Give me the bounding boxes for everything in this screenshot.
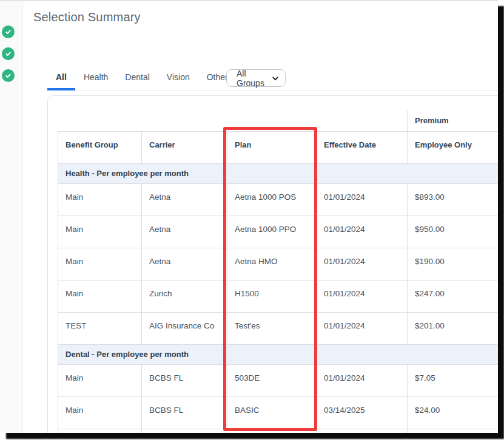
cell-effective-date: 01/01/2024 [317, 183, 408, 216]
group-filter-value: All Groups [237, 69, 272, 88]
cell-plan: Aetna 1000 PPO [227, 216, 317, 248]
table-row: Main Aetna Aetna HMO 01/01/2024 $190.00 [58, 248, 499, 280]
cell-employee-only: $893.00 [408, 183, 499, 216]
cell-effective-date: 01/01/2024 [317, 248, 408, 280]
group-filter-dropdown[interactable]: All Groups [226, 69, 286, 87]
col-header-plan: Plan [227, 131, 317, 163]
table-row: Main Aetna Aetna 1000 PPO 01/01/2024 $95… [58, 216, 499, 248]
cell-carrier: Zurich [142, 280, 227, 312]
cell-benefit-group: Main [58, 396, 142, 429]
tab-dental[interactable]: Dental [116, 72, 158, 90]
section-row-health: Health - Per employee per month [58, 163, 499, 183]
cell-effective-date: 01/01/2024 [317, 216, 408, 248]
table-row: Main Zurich H1500 01/01/2024 $247.00 [58, 280, 499, 312]
cell-employee-only: $247.00 [408, 280, 499, 312]
cell-employee-only: $190.00 [408, 248, 499, 280]
selection-summary-page: Selection Summary All Health Dental Visi… [0, 0, 498, 433]
section-label: Dental - Per employee per month [58, 344, 499, 364]
cell-employee-only: $24.00 [408, 396, 499, 429]
table-row: Main Aetna Aetna 1000 POS 01/01/2024 $89… [58, 183, 499, 216]
cell-benefit-group: TEST [58, 312, 142, 344]
cell-benefit-group: Main [58, 364, 142, 396]
wizard-step-rail [0, 1, 22, 433]
cell-carrier: Aetna [142, 216, 227, 248]
table-row: Main BCBS FL 503DE 01/01/2024 $7.05 [58, 364, 499, 396]
cell-effective-date: 01/01/2024 [317, 364, 408, 396]
section-row-dental: Dental - Per employee per month [58, 344, 499, 364]
cell-benefit-group: Main [58, 216, 142, 248]
cell-benefit-group: Main [58, 280, 142, 312]
col-header-employee-only: Employee Only [408, 131, 499, 163]
cell-effective-date: 03/14/2025 [317, 396, 408, 429]
cell-benefit-group: Main [58, 183, 142, 216]
table-row: Main BCBS FL BASIC 03/14/2025 $24.00 [58, 396, 499, 429]
cell-carrier: BCBS FL [142, 364, 227, 396]
step-complete-check-icon [2, 47, 15, 60]
chevron-down-icon [272, 75, 279, 82]
cell-carrier: BCBS FL [142, 396, 227, 429]
tab-health[interactable]: Health [75, 72, 116, 90]
tab-all[interactable]: All [47, 72, 75, 90]
table-header-row: Benefit Group Carrier Plan Effective Dat… [58, 131, 499, 163]
cell-effective-date: 01/01/2024 [317, 280, 408, 312]
table-row: TEST AIG Insurance Co Test'es 01/01/2024… [58, 312, 499, 344]
cell-employee-only: $950.00 [408, 216, 499, 248]
main-content: Selection Summary All Health Dental Visi… [22, 1, 498, 433]
cell-carrier: Aetna [142, 248, 227, 280]
section-label: Health - Per employee per month [58, 163, 499, 183]
cell-plan: Aetna HMO [227, 248, 317, 280]
cell-plan: Test'es [227, 312, 317, 344]
cell-employee-only: $7.05 [408, 364, 499, 396]
selection-summary-table: Premium Benefit Group Carrier Plan Effec… [58, 110, 498, 433]
cell-effective-date: 01/01/2024 [317, 312, 408, 344]
col-header-carrier: Carrier [142, 131, 227, 163]
tab-vision[interactable]: Vision [158, 72, 198, 90]
cell-plan: BASIC [227, 396, 317, 429]
premium-group-header-row: Premium [58, 110, 499, 131]
col-header-effective-date: Effective Date [317, 131, 408, 163]
step-complete-check-icon [2, 25, 15, 38]
cell-benefit-group: Main [58, 248, 142, 280]
cell-plan: H1500 [227, 280, 317, 312]
premium-group-header: Premium [408, 110, 499, 131]
col-header-benefit-group: Benefit Group [58, 131, 142, 163]
cell-employee-only: $201.00 [408, 312, 499, 344]
cell-carrier: Aetna [142, 183, 227, 216]
selection-summary-card: Premium Benefit Group Carrier Plan Effec… [47, 95, 498, 433]
table-row-partial [58, 429, 499, 433]
cell-carrier: AIG Insurance Co [142, 312, 227, 344]
cell-plan: Aetna 1000 POS [227, 183, 317, 216]
step-complete-check-icon [2, 69, 15, 82]
page-title: Selection Summary [33, 10, 141, 24]
cell-plan: 503DE [227, 364, 317, 396]
